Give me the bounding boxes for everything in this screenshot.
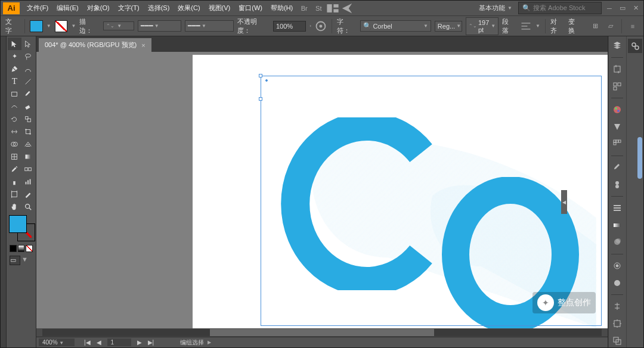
search-stock-input[interactable]: 🔍搜索 Adobe Stock xyxy=(518,2,602,14)
fill-swatch[interactable] xyxy=(30,20,43,32)
type-tool[interactable]: T xyxy=(8,75,21,88)
brushes-panel-icon[interactable] xyxy=(610,161,624,175)
paragraph-align-icon[interactable] xyxy=(520,20,532,33)
blend-tool[interactable] xyxy=(21,163,35,175)
workspace-selector[interactable]: 基本功能▼ xyxy=(474,2,517,14)
canvas[interactable]: ◀ ✦整点创作 xyxy=(36,52,608,328)
menu-help[interactable]: 帮助(H) xyxy=(267,2,296,14)
symbols-panel-icon[interactable] xyxy=(610,178,624,191)
pen-tool[interactable] xyxy=(8,63,21,75)
mode-none[interactable] xyxy=(26,245,33,252)
width-tool[interactable] xyxy=(8,125,21,138)
color-guide-panel-icon[interactable] xyxy=(610,120,624,133)
selection-tool[interactable] xyxy=(8,38,21,50)
selection-handle[interactable] xyxy=(259,97,262,101)
close-tab-icon[interactable]: × xyxy=(141,42,145,49)
panel-scrollbar-thumb[interactable] xyxy=(637,137,642,179)
menu-view[interactable]: 视图(V) xyxy=(205,2,234,14)
symbol-sprayer-tool[interactable] xyxy=(8,175,21,188)
layers-panel-icon[interactable] xyxy=(610,39,624,52)
close-button[interactable]: ✕ xyxy=(630,4,641,13)
artboards-panel-icon[interactable] xyxy=(610,63,624,76)
menu-object[interactable]: 对象(O) xyxy=(83,2,113,14)
isolate-icon[interactable]: ⊞ xyxy=(589,20,601,33)
graph-tool[interactable] xyxy=(21,175,35,188)
perspective-icon[interactable]: ▱ xyxy=(605,20,617,33)
font-family-dropdown[interactable]: 🔍Corbel▼ xyxy=(360,20,431,32)
chevron-down-icon[interactable]: ▼ xyxy=(71,23,76,29)
tool-strip-collapse[interactable] xyxy=(1,36,7,347)
font-size-field[interactable]: ⌃⌄197 pt▼ xyxy=(466,17,499,35)
scale-tool[interactable] xyxy=(21,113,35,125)
transform-label[interactable]: 变换 xyxy=(568,17,580,35)
prev-artboard-button[interactable]: ◀ xyxy=(94,339,104,346)
minimize-button[interactable]: ─ xyxy=(604,4,615,13)
fill-stroke-swatch[interactable] xyxy=(9,215,35,241)
asset-panel-icon[interactable] xyxy=(610,79,624,93)
artboard-number-field[interactable]: 1 xyxy=(107,338,131,346)
change-screen-mode[interactable]: ▼ xyxy=(21,256,27,265)
rotate-tool[interactable] xyxy=(8,113,21,125)
menu-select[interactable]: 选择(S) xyxy=(144,2,174,14)
slice-tool[interactable] xyxy=(21,188,35,200)
lasso-tool[interactable] xyxy=(21,50,35,63)
mode-color[interactable] xyxy=(10,245,17,252)
perspective-grid-tool[interactable] xyxy=(21,138,35,150)
mesh-tool[interactable] xyxy=(8,150,21,163)
menu-type[interactable]: 文字(T) xyxy=(114,2,143,14)
appearance-panel-icon[interactable] xyxy=(610,259,624,273)
chevron-down-icon[interactable]: ▼ xyxy=(47,23,51,29)
menu-effect[interactable]: 效果(C) xyxy=(174,2,203,14)
rectangle-tool[interactable] xyxy=(8,88,21,100)
stroke-weight-field[interactable]: ⌃⌄▼ xyxy=(103,21,134,30)
gpu-icon[interactable] xyxy=(340,3,354,14)
curvature-tool[interactable] xyxy=(21,63,35,75)
panel-expand-handle[interactable]: ◀ xyxy=(561,190,567,214)
graphic-styles-panel-icon[interactable] xyxy=(610,276,624,290)
pathfinder-panel-icon[interactable] xyxy=(610,334,624,347)
libraries-panel-icon[interactable] xyxy=(628,39,642,53)
shaper-tool[interactable] xyxy=(8,100,21,113)
artboard-tool[interactable] xyxy=(8,188,21,200)
align-panel-icon[interactable] xyxy=(610,300,624,313)
transform-panel-icon[interactable] xyxy=(610,317,624,331)
maximize-button[interactable]: ▭ xyxy=(617,4,628,13)
magic-wand-tool[interactable]: ✦ xyxy=(8,50,21,63)
swatches-panel-icon[interactable] xyxy=(610,137,624,151)
first-artboard-button[interactable]: |◀ xyxy=(82,339,93,346)
eyedropper-tool[interactable] xyxy=(8,163,21,175)
selection-handle[interactable] xyxy=(259,74,262,77)
zoom-field[interactable]: 400% ▼ xyxy=(39,338,75,346)
stroke-profile-dropdown[interactable]: ━━━▼ xyxy=(138,20,181,32)
hand-tool[interactable] xyxy=(8,200,21,213)
chevron-right-icon[interactable]: › xyxy=(309,23,311,29)
paragraph-label[interactable]: 段落 xyxy=(502,17,514,35)
menu-file[interactable]: 文件(F) xyxy=(23,2,52,14)
stock-icon[interactable]: St xyxy=(312,3,325,14)
gradient-tool[interactable] xyxy=(21,150,35,163)
gradient-panel-icon[interactable] xyxy=(610,219,624,232)
screen-normal[interactable]: ▭ xyxy=(10,256,20,265)
document-tab[interactable]: 004* @ 400% (RGB/GPU 预览)× xyxy=(39,38,151,52)
mode-gradient[interactable] xyxy=(18,245,25,252)
horizontal-scrollbar[interactable] xyxy=(36,328,608,337)
menu-icon[interactable]: ≡ xyxy=(627,20,639,33)
color-panel-icon[interactable] xyxy=(610,103,624,117)
shape-builder-tool[interactable] xyxy=(8,138,21,150)
transparency-panel-icon[interactable] xyxy=(610,235,624,249)
bridge-icon[interactable]: Br xyxy=(298,3,311,14)
free-transform-tool[interactable] xyxy=(21,125,35,138)
last-artboard-button[interactable]: ▶| xyxy=(145,339,157,346)
eraser-tool[interactable] xyxy=(21,100,35,113)
stroke-swatch[interactable] xyxy=(55,20,68,32)
paintbrush-tool[interactable] xyxy=(21,88,35,100)
line-tool[interactable] xyxy=(21,75,35,88)
direct-selection-tool[interactable] xyxy=(21,38,35,50)
menu-window[interactable]: 窗口(W) xyxy=(235,2,266,14)
opacity-field[interactable]: 100% xyxy=(273,21,306,32)
menu-edit[interactable]: 编辑(E) xyxy=(53,2,82,14)
recolor-icon[interactable] xyxy=(315,20,327,33)
next-artboard-button[interactable]: ▶ xyxy=(135,339,144,346)
align-label[interactable]: 对齐 xyxy=(550,17,562,35)
zoom-tool[interactable] xyxy=(21,200,35,213)
